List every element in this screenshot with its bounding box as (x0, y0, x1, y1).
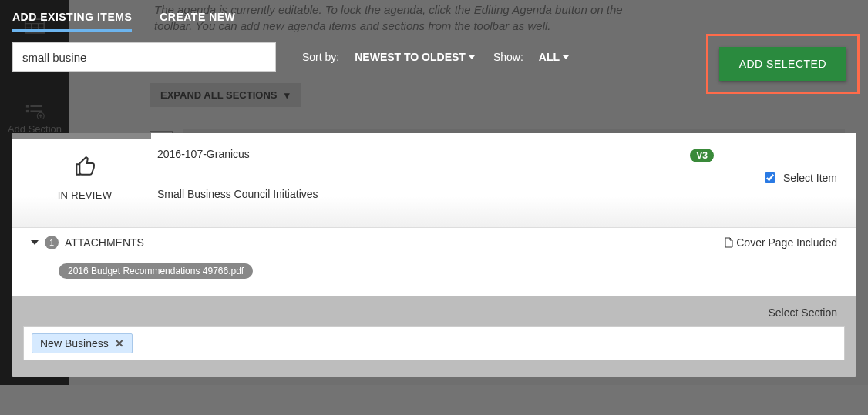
cover-page-indicator: Cover Page Included (724, 236, 837, 249)
status-label: IN REVIEW (31, 189, 139, 201)
file-icon (724, 237, 733, 248)
caret-down-icon (469, 55, 475, 59)
status-column: IN REVIEW (31, 148, 139, 201)
attachments-header[interactable]: 1 ATTACHMENTS Cover Page Included (12, 227, 856, 256)
add-selected-button[interactable]: ADD SELECTED (719, 47, 846, 81)
attachments-label: ATTACHMENTS (65, 236, 144, 249)
sort-dropdown[interactable]: NEWEST TO OLDEST (355, 51, 475, 63)
version-badge: V3 (690, 149, 714, 162)
badge-column: V3 (690, 148, 714, 201)
select-item-checkbox[interactable] (765, 172, 775, 183)
info-column: 2016-107-Granicus Small Business Council… (139, 148, 690, 201)
card-accent (12, 133, 151, 139)
select-section-label: Select Section (12, 296, 856, 326)
modal-tabs: ADD EXISTING ITEMS CREATE NEW (12, 0, 856, 32)
item-title: Small Business Council Initiatives (157, 188, 690, 200)
add-selected-highlight: ADD SELECTED (706, 34, 860, 94)
attachment-chip[interactable]: 2016 Budget Recommendations 49766.pdf (59, 263, 253, 279)
search-input[interactable] (12, 42, 276, 72)
section-select-input[interactable]: New Business ✕ (23, 326, 845, 360)
sort-label: Sort by: (302, 51, 339, 63)
result-card: IN REVIEW 2016-107-Granicus Small Busine… (12, 133, 856, 227)
caret-down-icon (563, 55, 569, 59)
item-code: 2016-107-Granicus (157, 148, 690, 160)
add-items-modal: ADD EXISTING ITEMS CREATE NEW Sort by: N… (12, 0, 856, 415)
show-label: Show: (493, 51, 523, 63)
attachments-list: 2016 Budget Recommendations 49766.pdf (12, 256, 856, 296)
caret-down-icon (31, 240, 39, 245)
section-tag-label: New Business (40, 337, 109, 350)
select-column: Select Item (714, 148, 837, 201)
tab-create-new[interactable]: CREATE NEW (160, 3, 235, 32)
section-tag: New Business ✕ (32, 333, 133, 353)
show-dropdown[interactable]: ALL (539, 51, 569, 63)
remove-tag-icon[interactable]: ✕ (115, 337, 124, 350)
select-item-label: Select Item (783, 172, 837, 184)
attachment-count: 1 (45, 236, 59, 249)
thumbs-up-icon (72, 154, 97, 179)
tab-add-existing[interactable]: ADD EXISTING ITEMS (12, 3, 132, 32)
result-panel: IN REVIEW 2016-107-Granicus Small Busine… (12, 133, 856, 377)
